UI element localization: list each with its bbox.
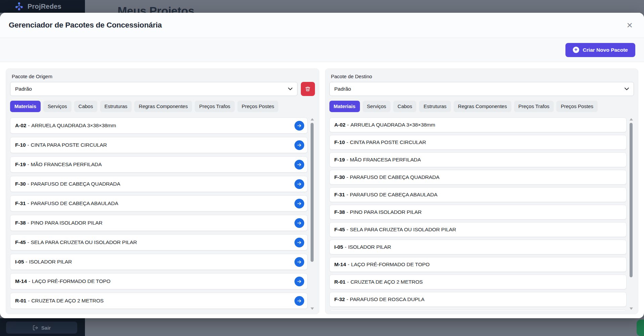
material-row: R-01-CRUZETA DE AÇO 2 METROS [10,293,308,309]
arrow-right-icon [297,162,302,167]
source-package-selected-value: Padrão [15,86,32,92]
material-label: I-05-ISOLADOR PILAR [15,259,72,265]
material-row: F-38-PINO PARA ISOLADOR PILAR [329,205,627,220]
material-label: F-38-PINO PARA ISOLADOR PILAR [15,220,102,226]
move-item-button[interactable] [294,140,304,150]
scroll-down-arrow[interactable] [311,307,314,310]
category-tab[interactable]: Materiais [10,101,41,112]
material-name: PARAFUSO DE CABEÇA ABAULADA [31,200,119,206]
material-label: A-02-ARRUELA QUADRADA 3×38×38mm [15,123,116,129]
source-category-tabs: MateriaisServiçosCabosEstruturasRegras C… [10,101,315,112]
move-item-button[interactable] [294,238,304,247]
material-separator: - [345,244,347,250]
arrow-right-icon [297,298,302,303]
material-code: F-31 [15,200,26,206]
scrollbar-thumb[interactable] [630,123,633,277]
material-separator: - [347,157,348,162]
material-separator: - [28,123,30,128]
floating-action-button[interactable] [637,320,644,336]
close-button[interactable]: × [624,19,635,32]
category-tab[interactable]: Regras Componentes [454,101,511,112]
scrollbar-thumb[interactable] [311,123,314,262]
arrow-right-icon [297,221,302,226]
move-item-button[interactable] [294,179,304,189]
source-package-panel: Pacote de Origem Padrão MateriaisServiço… [6,68,319,314]
material-separator: - [26,259,27,265]
plus-circle-icon: + [573,47,579,53]
material-separator: - [347,209,348,215]
category-tab[interactable]: Estruturas [100,101,132,112]
material-row: A-02-ARRUELA QUADRADA 3×38×38mm [329,117,627,132]
destination-list-scrollbar[interactable] [629,117,634,310]
material-code: A-02 [334,122,346,128]
category-tab[interactable]: Cabos [74,101,97,112]
material-code: F-30 [15,181,26,187]
material-label: F-45-SELA PARA CRUZETA OU ISOLADOR PILAR [15,239,137,245]
material-row: F-31-PARAFUSO DE CABEÇA ABAULADA [10,195,308,211]
material-row: F-30-PARAFUSO DE CABEÇA QUADRADA [329,170,627,185]
source-list-scrollbar[interactable] [310,117,315,310]
material-name: ISOLADOR PILAR [348,244,391,250]
material-name: CRUZETA DE AÇO 2 METROS [351,279,423,285]
material-name: PARAFUSO DE CABEÇA QUADRADA [350,174,440,180]
material-code: A-02 [15,123,26,128]
modal-title: Gerenciador de Pacotes de Concessionária [9,21,162,30]
category-tab[interactable]: Preços Trafos [195,101,235,112]
material-separator: - [347,279,349,285]
destination-package-panel: Pacote de Destino Padrão MateriaisServiç… [325,68,639,314]
scroll-up-arrow[interactable] [311,118,314,121]
create-package-label: Criar Novo Pacote [583,47,628,53]
category-tab[interactable]: Serviços [43,101,72,112]
destination-package-select[interactable]: Padrão [329,82,634,96]
material-label: F-19-MÃO FRANCESA PERFILADA [15,161,102,167]
create-package-button[interactable]: + Criar Novo Pacote [565,43,635,57]
material-name: PARAFUSO DE CABEÇA QUADRADA [31,181,121,187]
move-item-button[interactable] [294,218,304,228]
source-package-select[interactable]: Padrão [10,82,297,96]
material-name: SELA PARA CRUZETA OU ISOLADOR PILAR [350,227,456,232]
background-page: Meus Projetos [85,0,644,13]
scroll-up-arrow[interactable] [630,118,633,121]
material-separator: - [348,261,349,267]
move-item-button[interactable] [294,296,304,306]
background-page-title: Meus Projetos [118,4,194,13]
category-tab[interactable]: Cabos [393,101,416,112]
material-name: MÃO FRANCESA PERFILADA [350,157,421,162]
material-name: SELA PARA CRUZETA OU ISOLADOR PILAR [31,239,137,245]
move-item-button[interactable] [294,257,304,267]
material-name: MÃO FRANCESA PERFILADA [31,161,102,167]
material-name: ARRUELA QUADRADA 3×38×38mm [351,122,435,128]
category-tab[interactable]: Regras Componentes [134,101,192,112]
source-panel-label: Pacote de Origem [12,74,315,79]
package-manager-modal: Gerenciador de Pacotes de Concessionária… [0,13,644,318]
destination-material-list: A-02-ARRUELA QUADRADA 3×38×38mm F-10-CIN… [329,117,634,310]
category-tab[interactable]: Preços Postes [556,101,598,112]
chevron-down-icon [288,88,292,90]
material-row: M-14-LAÇO PRÉ-FORMADO DE TOPO [329,257,627,272]
arrow-right-icon [297,182,302,187]
move-item-button[interactable] [294,199,304,208]
delete-package-button[interactable] [301,82,315,96]
category-tab[interactable]: Preços Postes [237,101,279,112]
logout-button[interactable]: Sair [6,322,77,334]
category-tab[interactable]: Serviços [363,101,391,112]
arrow-right-icon [297,123,302,128]
projredes-logo-icon [15,2,24,11]
material-row: F-10-CINTA PARA POSTE CIRCULAR [10,137,308,153]
move-item-button[interactable] [294,277,304,286]
modal-header: Gerenciador de Pacotes de Concessionária… [0,13,644,38]
chevron-down-icon [625,88,629,90]
sidebar-brand: ProjRedes [0,0,85,13]
material-code: R-01 [15,298,26,303]
category-tab[interactable]: Materiais [329,101,360,112]
move-item-button[interactable] [294,121,304,131]
material-name: PARAFUSO DE ROSCA DUPLA [350,296,424,302]
destination-package-selected-value: Padrão [334,86,351,92]
scroll-down-arrow[interactable] [630,307,633,310]
move-item-button[interactable] [294,160,304,170]
category-tab[interactable]: Preços Trafos [514,101,554,112]
material-label: F-32-PARAFUSO DE ROSCA DUPLA [334,296,425,302]
material-label: F-10-CINTA PARA POSTE CIRCULAR [334,139,426,145]
material-label: M-14-LAÇO PRÉ-FORMADO DE TOPO [334,261,430,268]
category-tab[interactable]: Estruturas [419,101,451,112]
